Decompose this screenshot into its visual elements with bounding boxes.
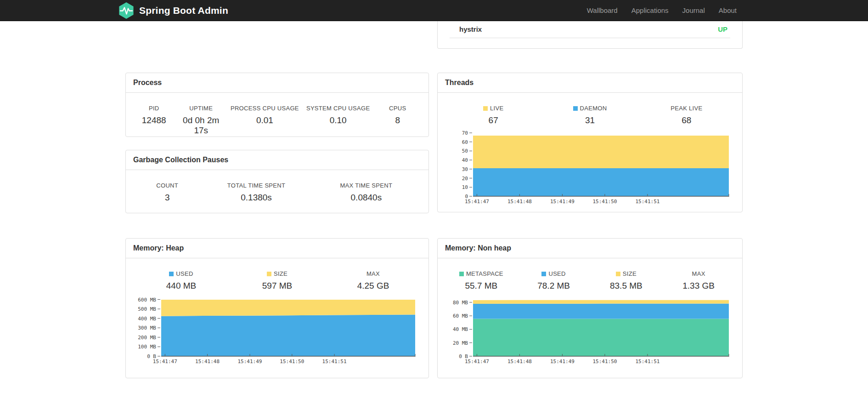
svg-text:15:41:49: 15:41:49	[238, 359, 262, 364]
left-column: Process PID 12488 UPTIME 0d 0h 2m 17s PR…	[125, 21, 429, 378]
nav-item-applications[interactable]: Applications	[625, 0, 676, 21]
svg-text:0 B: 0 B	[147, 353, 156, 359]
svg-text:15:41:51: 15:41:51	[635, 359, 659, 364]
nav-item-about[interactable]: About	[712, 0, 744, 21]
svg-text:300 MB: 300 MB	[138, 325, 156, 331]
spring-boot-admin-logo-icon	[118, 2, 135, 19]
legend-threads-daemon: DAEMON 31	[541, 105, 638, 125]
application-name: hystrix	[459, 25, 482, 33]
svg-text:15:41:49: 15:41:49	[550, 359, 575, 364]
svg-text:15:41:50: 15:41:50	[592, 359, 617, 364]
live-swatch-icon	[483, 106, 488, 111]
svg-text:0 B: 0 B	[459, 353, 468, 359]
svg-text:40 MB: 40 MB	[453, 326, 468, 332]
svg-text:15:41:50: 15:41:50	[592, 199, 617, 205]
metric-system-cpu-usage: SYSTEM CPU USAGE 0.10	[302, 105, 374, 136]
application-status-row: hystrix UP	[438, 21, 742, 38]
svg-text:15:41:51: 15:41:51	[322, 359, 347, 364]
memory-heap-chart: 15:41:4715:41:4815:41:4915:41:5015:41:51…	[133, 296, 422, 367]
legend-heap-size: SIZE 597 MB	[229, 270, 325, 291]
process-panel-title: Process	[133, 79, 162, 86]
threads-legend: LIVE 67 DAEMON 31 PEAK LIVE 68	[438, 93, 742, 125]
nav-item-journal[interactable]: Journal	[676, 0, 712, 21]
svg-text:70: 70	[462, 130, 468, 136]
memory-nonheap-heading: Memory: Non heap	[438, 239, 742, 258]
legend-nonheap-size: SIZE 83.5 MB	[590, 270, 663, 291]
svg-text:30: 30	[462, 166, 468, 172]
svg-text:60: 60	[462, 139, 468, 145]
daemon-swatch-icon	[573, 106, 578, 111]
application-status-panel: hystrix UP	[437, 21, 743, 49]
divider	[450, 38, 730, 38]
threads-panel: Threads LIVE 67 DAEMON 31	[437, 73, 743, 212]
used-swatch-icon	[541, 272, 546, 276]
top-navbar: Spring Boot Admin Wallboard Applications…	[0, 0, 868, 21]
svg-text:400 MB: 400 MB	[138, 316, 156, 322]
process-panel-heading: Process	[126, 73, 428, 93]
metric-gc-count: COUNT 3	[133, 182, 201, 203]
legend-threads-peak-live: PEAK LIVE 68	[638, 105, 735, 125]
process-metrics: PID 12488 UPTIME 0d 0h 2m 17s PROCESS CP…	[126, 93, 428, 136]
svg-text:60 MB: 60 MB	[453, 313, 468, 319]
memory-heap-panel: Memory: Heap USED 440 MB SIZE 597 MB	[125, 238, 429, 378]
svg-text:15:41:48: 15:41:48	[195, 359, 220, 364]
gc-panel-title: Garbage Collection Pauses	[133, 156, 228, 164]
svg-text:0: 0	[465, 194, 468, 199]
memory-nonheap-legend: METASPACE 55.7 MB USED 78.2 MB SIZE	[438, 258, 742, 291]
metric-gc-total-time: TOTAL TIME SPENT 0.1380s	[201, 182, 311, 203]
main-content: Process PID 12488 UPTIME 0d 0h 2m 17s PR…	[125, 21, 743, 378]
memory-heap-legend: USED 440 MB SIZE 597 MB MAX 4.25 GB	[126, 258, 428, 291]
legend-heap-max: MAX 4.25 GB	[325, 270, 421, 291]
svg-text:20 MB: 20 MB	[453, 340, 468, 346]
legend-threads-live: LIVE 67	[445, 105, 541, 125]
svg-text:10: 10	[462, 184, 468, 190]
svg-text:20: 20	[462, 176, 468, 182]
svg-text:40: 40	[462, 157, 468, 163]
size-swatch-icon	[616, 272, 620, 276]
gc-panel-heading: Garbage Collection Pauses	[126, 150, 428, 170]
memory-nonheap-panel: Memory: Non heap METASPACE 55.7 MB USED …	[437, 238, 743, 378]
process-panel: Process PID 12488 UPTIME 0d 0h 2m 17s PR…	[125, 73, 429, 137]
svg-text:15:41:48: 15:41:48	[507, 199, 532, 205]
legend-nonheap-max: MAX 1.33 GB	[662, 270, 735, 291]
metric-pid: PID 12488	[133, 105, 175, 136]
svg-text:15:41:51: 15:41:51	[635, 199, 659, 205]
size-swatch-icon	[267, 272, 271, 276]
memory-heap-title: Memory: Heap	[133, 244, 184, 252]
threads-panel-heading: Threads	[438, 73, 742, 93]
threads-chart: 15:41:4715:41:4815:41:4915:41:5015:41:51…	[445, 130, 735, 207]
svg-text:100 MB: 100 MB	[138, 344, 156, 350]
memory-nonheap-chart: 15:41:4715:41:4815:41:4915:41:5015:41:51…	[445, 296, 735, 367]
metric-gc-max-time: MAX TIME SPENT 0.0840s	[311, 182, 421, 203]
svg-text:15:41:47: 15:41:47	[465, 359, 489, 364]
threads-panel-title: Threads	[445, 79, 473, 86]
svg-text:50: 50	[462, 148, 468, 154]
gc-pauses-panel: Garbage Collection Pauses COUNT 3 TOTAL …	[125, 150, 429, 213]
nav-item-wallboard[interactable]: Wallboard	[580, 0, 625, 21]
application-status-badge: UP	[718, 25, 727, 33]
right-column: hystrix UP Threads LIVE 67	[437, 21, 743, 378]
used-swatch-icon	[169, 272, 174, 276]
metric-cpus: CPUS 8	[374, 105, 421, 136]
svg-text:15:41:50: 15:41:50	[280, 359, 304, 364]
svg-text:15:41:48: 15:41:48	[507, 359, 532, 364]
metric-process-cpu-usage: PROCESS CPU USAGE 0.01	[227, 105, 302, 136]
legend-nonheap-used: USED 78.2 MB	[518, 270, 590, 291]
memory-nonheap-title: Memory: Non heap	[445, 244, 511, 252]
svg-text:15:41:49: 15:41:49	[550, 199, 575, 205]
brand-title: Spring Boot Admin	[139, 5, 228, 16]
brand-link[interactable]: Spring Boot Admin	[118, 2, 228, 19]
memory-heap-heading: Memory: Heap	[126, 239, 428, 258]
metric-uptime: UPTIME 0d 0h 2m 17s	[175, 105, 227, 136]
gc-metrics: COUNT 3 TOTAL TIME SPENT 0.1380s MAX TIM…	[126, 170, 428, 203]
legend-heap-used: USED 440 MB	[133, 270, 229, 291]
metaspace-swatch-icon	[459, 272, 464, 276]
svg-text:80 MB: 80 MB	[453, 300, 468, 306]
svg-text:600 MB: 600 MB	[138, 297, 156, 303]
svg-text:15:41:47: 15:41:47	[465, 199, 489, 205]
legend-nonheap-metaspace: METASPACE 55.7 MB	[445, 270, 518, 291]
svg-text:500 MB: 500 MB	[138, 306, 156, 312]
svg-text:200 MB: 200 MB	[138, 335, 156, 341]
navbar-links: Wallboard Applications Journal About	[580, 0, 750, 21]
svg-text:15:41:47: 15:41:47	[153, 359, 177, 364]
